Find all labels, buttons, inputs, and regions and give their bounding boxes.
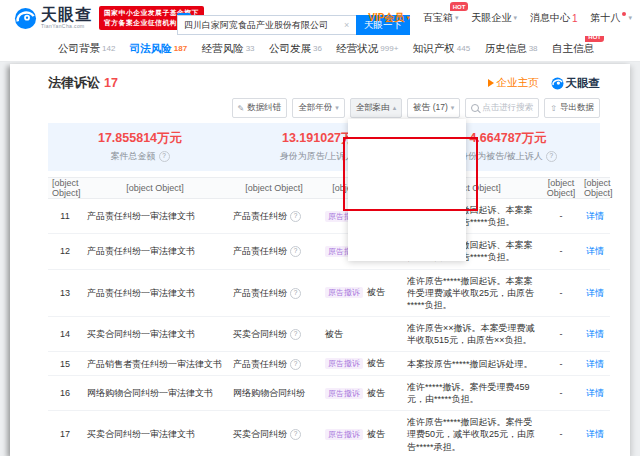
plaintiff-withdrawn-tag: 原告撤诉 [325, 388, 363, 399]
message-count: 1 [572, 13, 578, 24]
case-cause: 网络购物合同纠纷 [228, 376, 320, 411]
cause-option[interactable] [348, 139, 466, 156]
nav-tab[interactable]: 历史信息 38 [485, 42, 538, 56]
top-menu-item[interactable]: 天眼企业 ▾ [471, 11, 517, 25]
top-bar: 天眼查 TianYanCha.com 国家中小企业发展子基金旗下 官方备案企业征… [0, 0, 640, 36]
chevron-down-icon: ▾ [513, 14, 517, 22]
cause-option[interactable] [348, 224, 466, 241]
cause-option[interactable] [348, 207, 466, 224]
case-name: 产品销售者责任纠纷一审法律文书 [82, 352, 228, 376]
column-header: [object Object] [542, 178, 580, 199]
company-search-input[interactable] [177, 15, 356, 35]
section-count: 17 [104, 76, 118, 90]
stat-value: 17.855814万元 [48, 130, 232, 147]
case-name: 产品责任纠纷一审法律文书 [82, 234, 228, 269]
case-amount: - [542, 376, 580, 411]
hot-badge: HOT [450, 2, 469, 11]
case-number: 11 [48, 199, 82, 234]
cause-option[interactable] [348, 122, 466, 139]
case-name: 产品责任纠纷一审法律文书 [82, 269, 228, 316]
chevron-up-icon: ▴ [393, 104, 397, 112]
detail-link[interactable]: 详情 [586, 211, 604, 221]
nav-tab-count: 187 [174, 44, 187, 53]
company-nav-tabs: 公司背景 142 司法风险 187 经营风险 33 公司发展 36 经营状况 9… [0, 36, 640, 62]
case-name: 网络购物合同纠纷一审法律文书 [82, 376, 228, 411]
case-row: 17 买卖合同纠纷一审法律文书 买卖合同纠纷? 原告撤诉被告 准许原告*****… [48, 411, 610, 456]
top-menu-item[interactable]: VIP会员 ▾ [368, 11, 410, 25]
info-icon[interactable]: ? [546, 151, 557, 162]
nav-tab-count: 33 [246, 44, 255, 53]
case-role: 原告撤诉被告 [320, 411, 402, 456]
section-title: 法律诉讼 [48, 74, 100, 92]
top-menu-item[interactable]: 第十八 ▾ [590, 11, 632, 25]
case-cause: 买卖合同纠纷? [228, 411, 320, 456]
legal-proceedings-card: 法律诉讼 17 企业主页 天眼查 ✎ 数据纠错 全部年份 ▾ [10, 64, 630, 456]
case-number: 17 [48, 411, 82, 456]
nav-tab[interactable]: 公司发展 36 [269, 42, 322, 56]
cause-filter-dropdown[interactable]: 全部案由 ▴ [350, 98, 403, 118]
case-row: 11 产品责任纠纷一审法律文书 产品责任纠纷? 原告撤诉被告 准许原告*****… [48, 199, 610, 234]
edit-icon: ✎ [238, 104, 245, 113]
tianyancha-logo[interactable]: 天眼查 TianYanCha.com [14, 7, 92, 30]
nav-tab[interactable]: 公司背景 142 [58, 42, 115, 56]
chevron-down-icon: ▾ [406, 14, 410, 22]
nav-tab[interactable]: 司法风险 187 [130, 42, 187, 56]
detail-link[interactable]: 详情 [586, 329, 604, 339]
top-menu-item[interactable]: 百宝箱 ▾ HOT [423, 11, 459, 25]
nav-tab-count: 36 [313, 44, 322, 53]
info-icon[interactable]: ? [290, 359, 301, 370]
stat-item: 17.855814万元 案件总金额? [48, 130, 232, 163]
case-result: 准许原告*****撤回起诉。本案案件受理费减半收取25元，由原告*****负担。 [402, 269, 542, 316]
brand-domain: TianYanCha.com [41, 24, 92, 29]
detail-link[interactable]: 详情 [586, 359, 604, 369]
detail-link[interactable]: 详情 [586, 288, 604, 298]
info-icon[interactable]: ? [159, 151, 170, 162]
table-search-input[interactable]: 点击进行搜索 [465, 98, 539, 118]
stat-label: 案件总金额? [48, 150, 232, 163]
case-amount: - [542, 269, 580, 316]
top-menu-item[interactable]: 消息中心 1 [530, 11, 578, 25]
export-data-button[interactable]: ⇧ 导出数据 [544, 98, 600, 118]
cause-option[interactable] [348, 156, 466, 173]
data-correction-button[interactable]: ✎ 数据纠错 [232, 98, 288, 118]
case-role: 原告撤诉被告 [320, 352, 402, 376]
case-result: 准许原告*****撤回起诉。案件受理费50元，减半收取25元，由原告*****承… [402, 411, 542, 456]
tianyancha-watermark: 天眼查 [551, 76, 601, 91]
role-filter-dropdown[interactable]: 被告 (17) ▾ [407, 98, 460, 118]
company-home-link[interactable]: 企业主页 [488, 76, 539, 90]
table-toolbar: ✎ 数据纠错 全部年份 ▾ 全部案由 ▴ 被告 (17) ▾ 点击进行 [48, 98, 600, 118]
case-number: 15 [48, 352, 82, 376]
table-header-row: [object Object][object Object][object Ob… [48, 178, 610, 199]
nav-tab[interactable]: 知识产权 445 [413, 42, 470, 56]
nav-tab-count: 142 [102, 44, 115, 53]
case-cause: 产品责任纠纷? [228, 234, 320, 269]
case-cause: 产品责任纠纷? [228, 269, 320, 316]
case-amount: - [542, 199, 580, 234]
chevron-down-icon: ▾ [628, 14, 632, 22]
info-icon[interactable]: ? [290, 329, 301, 340]
detail-link[interactable]: 详情 [586, 388, 604, 398]
case-amount: - [542, 352, 580, 376]
info-icon[interactable]: ? [290, 429, 301, 440]
top-menu: VIP会员 ▾ 百宝箱 ▾ HOT 天眼企业 ▾ 消息中心 1 [368, 11, 632, 25]
nav-tab[interactable]: 经营风险 33 [202, 42, 255, 56]
info-icon[interactable]: ? [290, 246, 301, 257]
info-icon[interactable]: ? [290, 288, 301, 299]
case-result: 本案按原告*****撤回起诉处理。 [402, 352, 542, 376]
column-header: [object Object] [48, 178, 82, 199]
chevron-down-icon: ▾ [335, 104, 339, 112]
cause-option[interactable] [348, 173, 466, 190]
nav-tab-count: 38 [529, 44, 538, 53]
nav-tab[interactable]: 自主信息 HOT [552, 42, 594, 56]
clear-search-icon[interactable]: × [344, 20, 356, 30]
cause-option[interactable] [348, 190, 466, 207]
cause-option[interactable] [348, 241, 466, 258]
info-icon[interactable]: ? [290, 211, 301, 222]
case-cause: 买卖合同纠纷? [228, 316, 320, 351]
detail-link[interactable]: 详情 [586, 429, 604, 439]
detail-link[interactable]: 详情 [586, 246, 604, 256]
year-filter-dropdown[interactable]: 全部年份 ▾ [292, 98, 345, 118]
nav-tab[interactable]: 经营状况 999+ [336, 42, 398, 56]
chevron-down-icon: ▾ [451, 104, 455, 112]
case-amount-stats: 17.855814万元 案件总金额? 13.191027万元 身份为原告/上诉人… [48, 123, 600, 171]
